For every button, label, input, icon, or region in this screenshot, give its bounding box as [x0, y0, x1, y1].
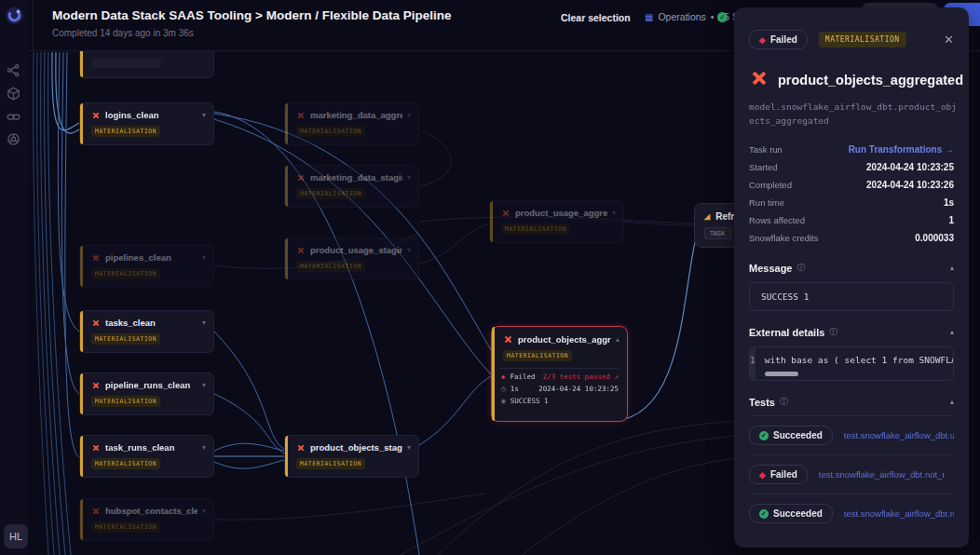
chevron-down-icon[interactable]: ▾	[407, 173, 411, 182]
breadcrumb-title: Modern Data Stack SAAS Tooling > Modern …	[52, 8, 451, 22]
node-pipeline-runs-clean[interactable]: pipeline_runs_clean ▾ MATERIALISATION	[79, 372, 214, 415]
node-marketing-data-aggregated[interactable]: marketing_data_aggregated ▾ MATERIALISAT…	[284, 102, 419, 145]
dbt-icon	[501, 209, 510, 218]
orchestra-logo-icon[interactable]	[5, 6, 24, 25]
meta-row-snowflake-credits: Snowflake credits 0.000033	[749, 229, 954, 247]
node-product-usage-aggregated[interactable]: product_usage_aggregated ▾ MATERIALISATI…	[489, 200, 624, 243]
chevron-down-icon[interactable]: ▾	[407, 443, 411, 452]
meta-row-rows-affected: Rows affected 1	[749, 211, 954, 229]
node-timestamp: 2024-04-24 10:23:25	[538, 385, 619, 393]
node-hubspot-contacts-clean[interactable]: hubspot_contacts_clean ▾ MATERIALISATION	[79, 498, 214, 541]
materialisation-badge: MATERIALISATION	[91, 458, 160, 469]
test-link[interactable]: test.snowflake_airflow_dbt.not_null_pr	[819, 469, 945, 480]
failed-diamond-icon: ◆	[759, 470, 766, 480]
node-product-objects-staging[interactable]: product_objects_staging ▾ MATERIALISATIO…	[284, 435, 419, 478]
node-runtime: 1s	[510, 385, 519, 393]
dbt-icon	[91, 318, 101, 328]
node-accent-bar	[285, 166, 288, 207]
close-icon[interactable]: ✕	[944, 33, 954, 47]
node-message: SUCCESS 1	[510, 397, 549, 405]
node-task-runs-clean[interactable]: task_runs_clean ▾ MATERIALISATION	[79, 435, 214, 478]
chevron-down-icon[interactable]: ▾	[202, 507, 206, 515]
node-title: marketing_data_aggregated	[310, 110, 402, 120]
materialisation-badge: MATERIALISATION	[296, 458, 365, 469]
test-link[interactable]: test.snowflake_airflow_dbt.not_null_pr	[844, 508, 954, 519]
test-row: ✓ Succeeded test.snowflake_airflow_dbt.u…	[749, 416, 954, 455]
dbt-icon	[749, 68, 769, 92]
node-accent-bar	[80, 373, 83, 414]
connections-icon[interactable]	[7, 110, 21, 125]
dbt-icon	[296, 443, 306, 453]
check-icon: ✓	[759, 431, 769, 440]
task-badge: TASK	[704, 227, 731, 239]
dbt-icon	[296, 111, 306, 120]
task-triangle-icon: ◢	[704, 212, 710, 221]
node-title: logins_clean	[105, 110, 197, 120]
node-title: product_objects_staging	[310, 442, 402, 453]
chevron-down-icon[interactable]: ▾	[202, 381, 206, 389]
collapse-icon[interactable]: ▴	[950, 328, 954, 336]
node-title: task_runs_clean	[105, 442, 197, 453]
chevron-down-icon[interactable]: ▾	[407, 111, 411, 119]
meta-row-completed: Completed 2024-04-24 10:23:26	[749, 176, 954, 194]
node-marketing-data-staging[interactable]: marketing_data_staging ▾ MATERIALISATION	[284, 165, 419, 208]
chevron-down-icon[interactable]: ▾	[612, 209, 616, 217]
materialisation-badge: MATERIALISATION	[296, 126, 365, 137]
dbt-icon	[503, 334, 513, 345]
test-status-failed: ◆ Failed	[749, 465, 808, 484]
node-accent-bar	[285, 103, 288, 144]
materialisation-badge: MATERIALISATION	[503, 350, 572, 361]
code-horizontal-scrollbar[interactable]	[765, 372, 798, 376]
failed-diamond-icon: ◆	[501, 372, 506, 381]
success-check-icon: ✓	[717, 12, 728, 22]
test-link[interactable]: test.snowflake_airflow_dbt.unique_pro	[844, 430, 954, 440]
status-badge-failed: ◆ Failed	[749, 30, 808, 49]
chevron-down-icon[interactable]: ▾	[202, 443, 206, 452]
chevron-down-icon[interactable]: ▾	[202, 111, 206, 119]
settings-icon[interactable]	[7, 132, 21, 147]
message-content: SUCCESS 1	[749, 282, 954, 311]
info-icon: ⓘ	[829, 326, 837, 338]
user-avatar[interactable]: HL	[4, 524, 28, 548]
node-accent-bar	[285, 436, 288, 477]
check-icon: ✓	[759, 509, 769, 519]
metadata-list: Task run Run Transformations → Started 2…	[749, 141, 954, 247]
dag-icon[interactable]	[7, 63, 21, 78]
code-line: with base as ( select 1 from SNOWFLAKE	[765, 355, 954, 365]
failed-diamond-icon: ◆	[759, 35, 766, 45]
node-product-usage-staging[interactable]: product_usage_staging ▾ MATERIALISATION	[284, 237, 419, 280]
operations-grid-icon: ▦	[645, 12, 653, 22]
chevron-up-icon[interactable]: ▴	[616, 335, 619, 344]
node-logins-clean[interactable]: logins_clean ▾ MATERIALISATION	[79, 102, 214, 145]
run-transformations-link[interactable]: Run Transformations →	[849, 144, 954, 155]
clock-icon: ◷	[501, 385, 506, 393]
node-tasks-clean[interactable]: tasks_clean ▾ MATERIALISATION	[79, 310, 214, 353]
dbt-icon	[91, 111, 101, 120]
node-product-objects-aggregated-selected[interactable]: product_objects_aggregated ▴ MATERIALISA…	[491, 326, 628, 422]
operations-label: Operations	[658, 11, 705, 22]
test-row: ◆ Failed test.snowflake_airflow_dbt.not_…	[749, 455, 954, 494]
materialisation-badge: MATERIALISATION	[91, 126, 160, 137]
dbt-icon	[296, 173, 306, 183]
tests-summary-link[interactable]: 2/3 tests passed ↗	[543, 372, 619, 381]
dot-separator: •	[711, 11, 715, 22]
meta-row-task-run: Task run Run Transformations →	[749, 141, 954, 158]
integrations-icon[interactable]	[7, 87, 21, 102]
chevron-down-icon[interactable]: ▾	[202, 318, 206, 327]
node-accent-bar	[80, 311, 83, 352]
chevron-down-icon[interactable]: ▾	[202, 253, 206, 262]
collapse-icon[interactable]: ▴	[950, 398, 954, 406]
chevron-down-icon[interactable]: ▾	[407, 246, 411, 254]
node-accent-bar	[80, 499, 83, 540]
node-pipelines-clean[interactable]: pipelines_clean ▾ MATERIALISATION	[79, 245, 214, 288]
node-accent-bar	[490, 201, 493, 242]
collapse-icon[interactable]: ▴	[950, 264, 954, 272]
dbt-icon	[296, 246, 306, 255]
panel-title: product_objects_aggregated	[778, 73, 963, 88]
node-status-label: Failed	[510, 372, 536, 381]
clear-selection-button[interactable]: Clear selection	[561, 12, 631, 23]
node-accent-bar	[492, 327, 495, 421]
node-title: product_objects_aggregated	[518, 334, 611, 345]
node-accent-bar	[80, 436, 83, 477]
materialisation-badge: MATERIALISATION	[91, 396, 160, 407]
